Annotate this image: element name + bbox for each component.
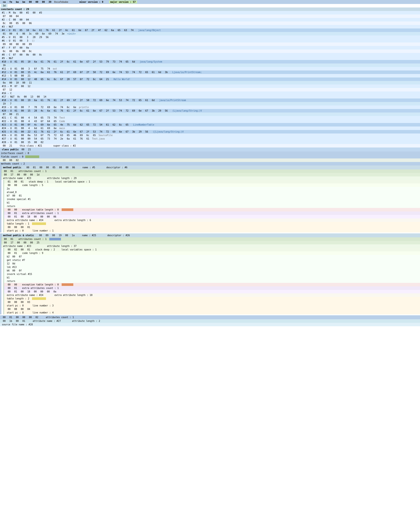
class-public: class public 00 21 [0, 147, 420, 151]
e1-00: 00 [18, 11, 24, 14]
m1-extra-attr-length: extra attribute length : 6 [54, 219, 92, 222]
e4-69: 69 [34, 32, 40, 35]
entry-22: #22 - U 01 00 4 43 6f 64 65 Code [0, 119, 420, 123]
e4-6e: 6e [77, 29, 83, 32]
method2-code: 00 02 00 01 stack deep : 2 local variabl… [3, 248, 420, 314]
file-attrs-count-label: attributes count : 1 [45, 316, 75, 319]
m2-extra-attr-length: extra attribute length : 10 [54, 294, 94, 297]
m2-code-length: code length : 9 [21, 251, 44, 255]
m1-exc-table: exception table length : 0 [21, 208, 60, 211]
e5-00: 00 [18, 36, 24, 39]
entry-5: #5 - U 01 00 3 28 29 56 [0, 36, 420, 39]
entry-7-label: #7 - F [1, 46, 11, 49]
header-fe: fe [8, 0, 14, 3]
m1-attrs-count: attributes count : 1 [17, 170, 47, 173]
e1-00c: 00 [8, 15, 14, 18]
class-public-label: class public [1, 148, 20, 151]
entry-21: #21 - C 01 00 4 54 65 73 74 Test [0, 116, 420, 119]
e4-63: 63 [122, 29, 129, 32]
methods-hex-row: 00 00 02 [0, 158, 420, 162]
method-2-block: method public & static 00 09 00 19 00 1a… [0, 233, 420, 314]
e4-69b: 69 [47, 32, 53, 35]
e4-6: 6 [14, 32, 21, 35]
entry-19: #19 - U 01 00 7 70 72 69 6e 74 6c 6e pri… [0, 105, 420, 109]
entry-5-label: #5 - U [1, 36, 11, 39]
entry-8-label: #8 - C [1, 53, 11, 56]
methods-count-label: methods count : 2 [1, 162, 25, 165]
entry-9: #9 - N&T [0, 57, 420, 60]
e5-56: 56 [44, 36, 50, 39]
entry-12: #12 - U 01 00 15 4c 6a 61 76 61 2f 69 6f… [0, 70, 420, 74]
entry-15-label: #15 - M [1, 85, 13, 88]
e2-00: 00 [11, 18, 18, 21]
e4-00: 00 [8, 32, 14, 35]
file-attr-name: attribute name : #27 [32, 319, 62, 323]
e1-0a: 0a [11, 11, 18, 14]
e4-74: 74 [129, 29, 135, 32]
entry-26-label: #26 - U [1, 134, 13, 137]
e2-00a: 00 [8, 22, 14, 25]
entry-17: #17 - N&T 0c 00 13 00 14 [0, 95, 420, 98]
header-ca: ca [1, 0, 8, 3]
header-00c: 00 [40, 0, 47, 3]
e2-00b: 00 [18, 18, 24, 21]
entry-7: #7 - F 07 00 0a 0c 00 0b 00 0c [0, 46, 420, 53]
entry-14: #14 - U 01 00 12 48 65 6c 6c 6f 20 57 6f… [0, 77, 420, 84]
entry-11-label: #11 - U [1, 67, 13, 70]
entry-26: #26 - U 01 00 0a 53 6f 75 72 63 65 46 69… [0, 133, 420, 137]
method2-label: method public & static [2, 234, 35, 237]
fields-count-row: fields count : 0 [0, 155, 420, 158]
entry-12-label: #12 - U [1, 71, 13, 74]
entry-24-label: #24 - U [1, 127, 13, 130]
entry-27: #27 - U 01 00 09 54 65 73 74 2e 6a 61 76… [0, 137, 420, 140]
constants-count-label: constants count : 29 [1, 8, 29, 10]
e4-init: <init> [66, 32, 77, 35]
e4-76: 76 [44, 29, 50, 32]
entry-1: #1 - M 0a 00 #2 00 #3 07 00 04 [0, 11, 420, 18]
entry-20-label: #20 - U [1, 109, 13, 112]
header-row: ca fe ba be 00 00 00 39 0xcafebabe minor… [0, 0, 420, 4]
e4-6c: 6c [63, 29, 70, 32]
e4-01: 01 [11, 29, 18, 32]
m2-attr-name: attribute name : #23 [2, 245, 32, 248]
entry-15: #15 - M 07 00 12 07 12 [0, 84, 420, 91]
source-file-label: source file name : #28 [1, 323, 34, 326]
entry-18-label: #18 - U [1, 99, 13, 102]
e5-28: 28 [31, 36, 37, 39]
m2-attr-length: attribute length : 37 [46, 245, 77, 248]
entry-9-label: #9 - N&T [1, 57, 14, 60]
e4-3e: 3e [60, 32, 66, 35]
e4-2fb: 2f [90, 29, 96, 32]
entry-8: #8 - C 07 00 0b 00 0c [0, 53, 420, 57]
entry-23-label: #23 - U [1, 123, 13, 126]
header-ba: ba [14, 0, 21, 3]
entry-16-label: #16 - C [1, 92, 13, 95]
m1-code-length: code length : 5 [21, 184, 44, 187]
e4-4f: 4f [96, 29, 103, 32]
m1-extra-attrs: extra attributes count : 1 [21, 212, 60, 215]
interfaces-count-label: interfaces count : 0 [1, 152, 29, 155]
e1-03: #3 [37, 11, 44, 14]
file-attrs-count-row: 00 01 00 00 00 02 attributes count : 1 [0, 315, 420, 319]
e4-61b: 61 [50, 29, 57, 32]
e4-10: 10 [24, 29, 31, 32]
file-attr-length: attribute length : 2 [71, 319, 101, 323]
method1-code: 01 00 01 stack deep : 1 local variables … [3, 180, 420, 232]
methods-count-row: methods count : 2 [0, 162, 420, 165]
e1-02: #2 [24, 11, 31, 14]
header-00b: 00 [34, 0, 40, 3]
entry-27-label: #27 - U [1, 137, 13, 140]
m1-line-number: line number : 1 [31, 229, 54, 232]
e4-javaobj: java/lang/Object [137, 29, 162, 32]
entry-24: #24 - U 01 00 4 6d 61 69 6e main [0, 126, 420, 130]
entry-14-label: #14 - U [1, 78, 13, 81]
entry-10: #10 - U 01 05 10 6a 61 76 61 2f 6c 61 6e… [0, 60, 420, 67]
e1-04: 04 [14, 15, 21, 18]
e2-00b: 00 [21, 22, 27, 25]
e5-01: 01 [11, 36, 18, 39]
entry-28-label: #28 - U [1, 141, 13, 144]
e5-29: 29 [37, 36, 44, 39]
entry-28: #28 - U 01 00 15 00 02 00 21 this class … [0, 140, 420, 147]
e5-3: 3 [24, 36, 31, 39]
entry-4: #4 - U 01 05 10 6a 61 76 61 2f 6c 61 6e … [0, 29, 420, 36]
